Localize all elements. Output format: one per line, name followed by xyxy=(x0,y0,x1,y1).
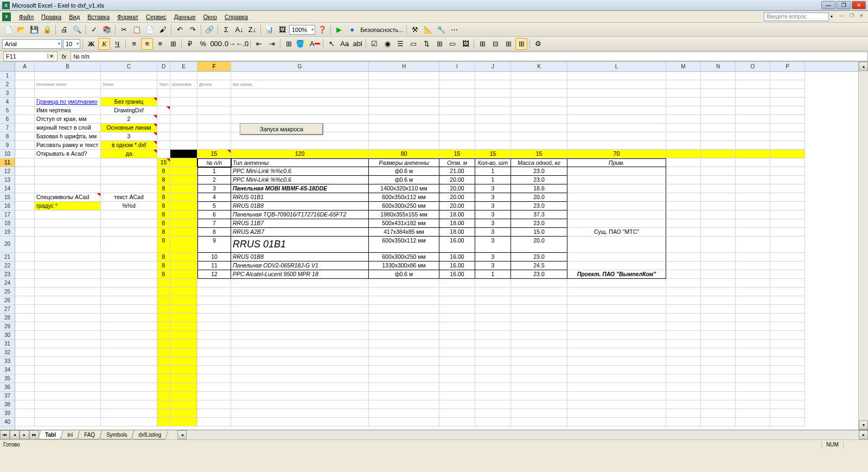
row-header-5[interactable]: 5 xyxy=(0,106,15,115)
row-header-22[interactable]: 22 xyxy=(0,261,15,270)
help-search-input[interactable]: Введите вопрос xyxy=(764,12,829,21)
row-header-17[interactable]: 17 xyxy=(0,211,15,219)
row-header-39[interactable]: 39 xyxy=(0,409,15,418)
formula-bar[interactable]: № п/п xyxy=(71,52,868,61)
option-icon[interactable]: ◉ xyxy=(381,38,393,50)
row-header-14[interactable]: 14 xyxy=(0,184,15,193)
col-header-G[interactable]: G xyxy=(231,62,369,71)
open-icon[interactable]: 📂 xyxy=(15,24,27,36)
font-combo[interactable]: Arial xyxy=(2,39,62,49)
menu-help[interactable]: Справка xyxy=(221,12,252,21)
menu-view[interactable]: Вид xyxy=(65,12,84,21)
preview-icon[interactable]: 🔍 xyxy=(71,24,83,36)
drawing-icon[interactable]: 🖼 xyxy=(276,24,288,36)
sheet-tab-tabl[interactable]: Tabl xyxy=(38,431,63,439)
excel-icon[interactable]: X xyxy=(2,12,11,21)
name-box[interactable]: F11▾ xyxy=(3,52,58,61)
scroll-right-button[interactable]: ▸ xyxy=(859,430,868,439)
font-color-icon[interactable]: A xyxy=(309,38,321,50)
more-icon[interactable]: ⋯ xyxy=(448,24,460,36)
row-header-36[interactable]: 36 xyxy=(0,383,15,392)
col-header-B[interactable]: B xyxy=(35,62,101,71)
new-icon[interactable]: 📄 xyxy=(2,24,14,36)
save-icon[interactable]: 💾 xyxy=(28,24,40,36)
spell-icon[interactable]: ✓ xyxy=(88,24,100,36)
chart-icon[interactable]: 📊 xyxy=(263,24,275,36)
comma-icon[interactable]: 000 xyxy=(210,38,222,50)
italic-button[interactable]: К xyxy=(98,38,110,50)
row-header-27[interactable]: 27 xyxy=(0,305,15,314)
draw-tool-icon[interactable]: ↖ xyxy=(326,38,337,50)
research-icon[interactable]: 📚 xyxy=(101,24,113,36)
col-header-J[interactable]: J xyxy=(475,62,511,71)
row-header-10[interactable]: 10 xyxy=(0,150,15,158)
autosum-icon[interactable]: Σ xyxy=(220,24,232,36)
cut-icon[interactable]: ✂ xyxy=(118,24,130,36)
menu-tools[interactable]: Сервис xyxy=(142,12,170,21)
vb-run-icon[interactable]: ▶ xyxy=(333,24,345,36)
row-header-38[interactable]: 38 xyxy=(0,400,15,409)
row-header-15[interactable]: 15 xyxy=(0,193,15,202)
col-header-K[interactable]: K xyxy=(511,62,567,71)
col-header-H[interactable]: H xyxy=(369,62,439,71)
doc-close-button[interactable]: ✕ xyxy=(857,13,866,21)
properties-icon[interactable]: ⊞ xyxy=(515,38,527,50)
row-header-28[interactable]: 28 xyxy=(0,314,15,322)
hscroll-track[interactable] xyxy=(187,430,859,439)
print-icon[interactable]: 🖨 xyxy=(58,24,70,36)
paste-icon[interactable]: 📄 xyxy=(144,24,156,36)
help-icon[interactable]: ❓ xyxy=(316,24,328,36)
undo-icon[interactable]: ↶ xyxy=(174,24,186,36)
menu-data[interactable]: Данные xyxy=(170,12,200,21)
align-center-icon[interactable]: ≡ xyxy=(141,38,153,50)
row-header-21[interactable]: 21 xyxy=(0,253,15,261)
row-header-34[interactable]: 34 xyxy=(0,366,15,374)
row-header-12[interactable]: 12 xyxy=(0,167,15,176)
row-header-37[interactable]: 37 xyxy=(0,392,15,400)
menu-edit[interactable]: Правка xyxy=(37,12,65,21)
merge-icon[interactable]: ⊞ xyxy=(167,38,179,50)
row-header-35[interactable]: 35 xyxy=(0,374,15,383)
tab-last-button[interactable]: ⏭ xyxy=(29,430,39,439)
zoom-combo[interactable]: 100% xyxy=(289,25,315,35)
button-icon[interactable]: ▭ xyxy=(446,38,458,50)
sheet-tab-ini[interactable]: ini xyxy=(60,431,80,439)
vba-icon[interactable]: ⚒ xyxy=(409,24,421,36)
sheet-tab-symbols[interactable]: Symbols xyxy=(99,431,135,439)
dec-decimal-icon[interactable]: ←.0 xyxy=(236,38,248,50)
more-controls-icon[interactable]: ⚙ xyxy=(532,38,544,50)
col-header-L[interactable]: L xyxy=(567,62,666,71)
col-header-C[interactable]: C xyxy=(101,62,157,71)
row-header-29[interactable]: 29 xyxy=(0,322,15,331)
row-header-9[interactable]: 9 xyxy=(0,141,15,150)
tab-prev-button[interactable]: ◂ xyxy=(10,430,20,439)
row-header-11[interactable]: 11 xyxy=(0,158,15,167)
row-header-4[interactable]: 4 xyxy=(0,98,15,106)
sort-desc-icon[interactable]: Z↓ xyxy=(246,24,258,36)
doc-restore-button[interactable]: ❐ xyxy=(847,13,856,21)
sort-asc-icon[interactable]: A↓ xyxy=(233,24,245,36)
col-header-M[interactable]: M xyxy=(666,62,701,71)
row-header-16[interactable]: 16 xyxy=(0,202,15,211)
minimize-button[interactable]: — xyxy=(821,1,835,9)
row-header-18[interactable]: 18 xyxy=(0,219,15,228)
row-header-19[interactable]: 19 xyxy=(0,228,15,237)
col-header-A[interactable]: A xyxy=(15,62,35,71)
ungroup-icon[interactable]: ⊟ xyxy=(489,38,501,50)
close-button[interactable]: ✕ xyxy=(852,1,866,9)
row-header-2[interactable]: 2 xyxy=(0,80,15,89)
row-header-26[interactable]: 26 xyxy=(0,296,15,305)
tab-first-button[interactable]: ⏮ xyxy=(0,430,10,439)
col-header-F[interactable]: F xyxy=(197,62,231,71)
col-header-P[interactable]: P xyxy=(770,62,805,71)
list-icon[interactable]: ☰ xyxy=(394,38,406,50)
menu-format[interactable]: Формат xyxy=(113,12,142,21)
group-icon[interactable]: ⊞ xyxy=(476,38,488,50)
row-header-30[interactable]: 30 xyxy=(0,331,15,340)
row-header-3[interactable]: 3 xyxy=(0,89,15,98)
currency-icon[interactable]: ₽ xyxy=(184,38,196,50)
row-header-6[interactable]: 6 xyxy=(0,115,15,124)
inc-indent-icon[interactable]: ⇥ xyxy=(266,38,278,50)
text-tool-icon[interactable]: Aa xyxy=(339,38,350,50)
menu-insert[interactable]: Вставка xyxy=(84,12,113,21)
